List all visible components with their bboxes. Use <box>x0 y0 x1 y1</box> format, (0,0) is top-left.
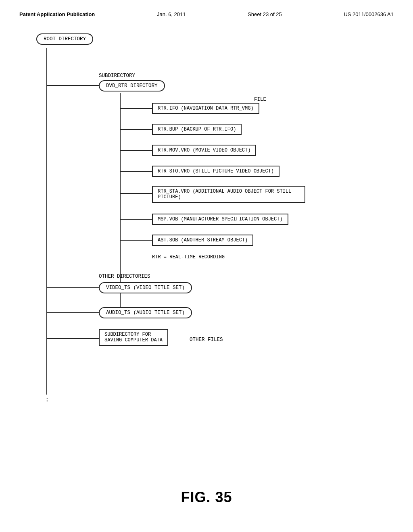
root-directory-node: ROOT DIRECTORY <box>36 33 93 45</box>
other-directories-label: OTHER DIRECTORIES <box>99 272 150 280</box>
h-line-rtr-sta <box>120 193 152 194</box>
h-line-dvdrtr <box>46 85 99 86</box>
subdir-saving-node: SUBDIRECTORY FOR SAVING COMPUTER DATA <box>99 329 168 346</box>
h-line-audio-ts <box>46 312 99 313</box>
h-line-msp-vob <box>120 219 152 220</box>
dvd-rtr-node: DVD_RTR DIRECTORY <box>99 80 165 91</box>
other-files-label: OTHER FILES <box>190 336 223 343</box>
subdirectory-label: SUBDIRECTORY <box>99 72 135 79</box>
h-line-rtr-ifo <box>120 108 152 109</box>
date-label: Jan. 6, 2011 <box>157 11 186 17</box>
rtr-sta-node: RTR_STA.VRO (ADDITIONAL AUDIO OBJECT FOR… <box>152 186 305 203</box>
h-line-ast-sob <box>120 240 152 241</box>
dvd-rtr-label: DVD_RTR DIRECTORY <box>99 80 165 91</box>
file-label: FILE <box>254 96 266 103</box>
msp-vob-node: MSP.VOB (MANUFACTURER SPECIFICATION OBJE… <box>152 214 288 225</box>
diagram-area: ROOT DIRECTORY SUBDIRECTORY DVD_RTR DIRE… <box>24 33 379 477</box>
publication-label: Patent Application Publication <box>19 11 95 17</box>
rtr-mov-node: RTR.MOV.VRO (MOVIE VIDEO OBJECT) <box>152 145 256 156</box>
audio-ts-node: AUDIO_TS (AUDIO TITLE SET) <box>99 307 192 318</box>
continuation-dots: : <box>45 396 50 403</box>
sheet-label: Sheet 23 of 25 <box>248 11 282 17</box>
patent-number-label: US 2011/0002636 A1 <box>344 11 394 17</box>
rtr-note: RTR = REAL-TIME RECORDING <box>152 253 225 260</box>
rtr-sto-node: RTR_STO.VRO (STILL PICTURE VIDEO OBJECT) <box>152 166 280 177</box>
h-line-rtr-bup <box>120 129 152 130</box>
rtr-bup-node: RTR.BUP (BACKUP OF RTR.IFO) <box>152 124 242 135</box>
main-vertical-line <box>46 48 47 395</box>
page-header: Patent Application Publication Jan. 6, 2… <box>0 0 413 17</box>
video-ts-node: VIDEO_TS (VIDEO TITLE SET) <box>99 282 192 293</box>
ast-sob-node: AST.SOB (ANOTHER STREAM OBJECT) <box>152 235 253 246</box>
figure-caption: FIG. 35 <box>0 489 413 506</box>
h-line-rtr-mov <box>120 150 152 151</box>
root-directory-label: ROOT DIRECTORY <box>36 33 93 45</box>
h-line-rtr-sto <box>120 171 152 172</box>
h-line-video-ts <box>46 287 99 288</box>
rtr-ifo-node: RTR.IFO (NAVIGATION DATA RTR_VMG) <box>152 103 259 114</box>
h-line-subdir-saving <box>46 338 99 339</box>
